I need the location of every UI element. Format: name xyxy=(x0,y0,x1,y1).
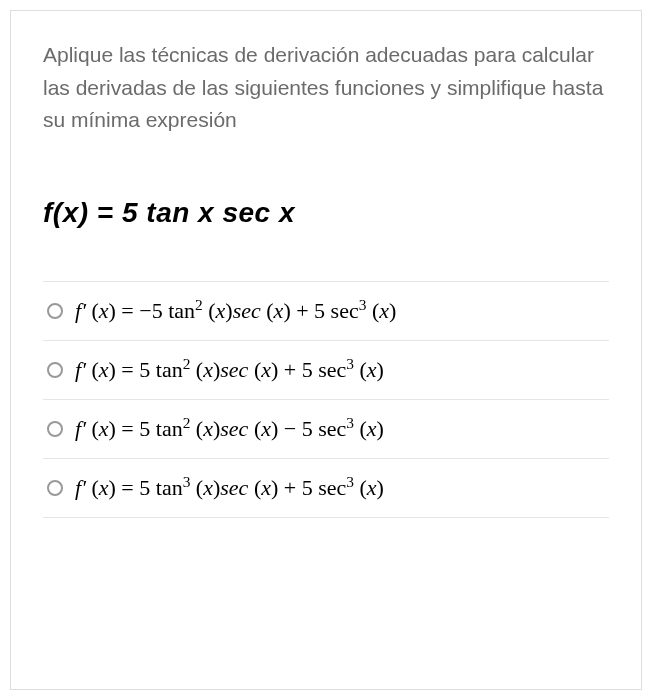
radio-icon xyxy=(47,421,63,437)
question-card: Aplique las técnicas de derivación adecu… xyxy=(10,10,642,690)
radio-icon xyxy=(47,303,63,319)
main-formula: f(x) = 5 tan x sec x xyxy=(43,197,609,229)
option-3[interactable]: f′ (x) = 5 tan2 (x)sec (x) − 5 sec3 (x) xyxy=(43,400,609,459)
option-math: f′ (x) = 5 tan3 (x)sec (x) + 5 sec3 (x) xyxy=(75,475,384,501)
option-math: f′ (x) = 5 tan2 (x)sec (x) + 5 sec3 (x) xyxy=(75,357,384,383)
radio-icon xyxy=(47,362,63,378)
option-1[interactable]: f′ (x) = −5 tan2 (x)sec (x) + 5 sec3 (x) xyxy=(43,282,609,341)
option-math: f′ (x) = −5 tan2 (x)sec (x) + 5 sec3 (x) xyxy=(75,298,396,324)
options-list: f′ (x) = −5 tan2 (x)sec (x) + 5 sec3 (x)… xyxy=(43,281,609,518)
question-text: Aplique las técnicas de derivación adecu… xyxy=(43,39,609,137)
option-4[interactable]: f′ (x) = 5 tan3 (x)sec (x) + 5 sec3 (x) xyxy=(43,459,609,518)
option-2[interactable]: f′ (x) = 5 tan2 (x)sec (x) + 5 sec3 (x) xyxy=(43,341,609,400)
option-math: f′ (x) = 5 tan2 (x)sec (x) − 5 sec3 (x) xyxy=(75,416,384,442)
radio-icon xyxy=(47,480,63,496)
